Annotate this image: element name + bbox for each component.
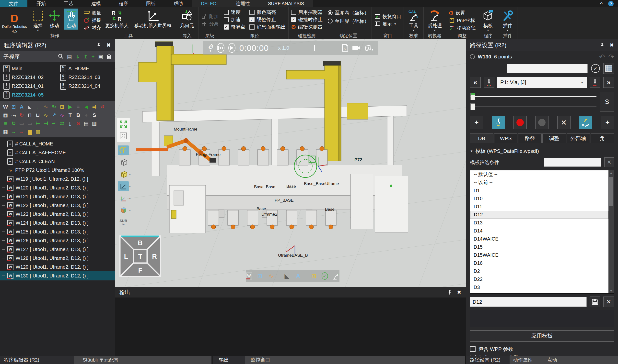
template-button[interactable]: 模板▼ bbox=[481, 9, 495, 32]
trash-icon[interactable] bbox=[107, 53, 111, 60]
collision-checkbox[interactable]: 启用探测器 bbox=[291, 9, 323, 16]
template-item[interactable]: D3 bbox=[470, 283, 608, 291]
teach-point-button[interactable] bbox=[492, 116, 505, 129]
toolbar-icon[interactable]: ↻ bbox=[10, 119, 18, 127]
statement-row[interactable]: W119 [ Utool1, Uframe2, D12, () ] bbox=[0, 175, 115, 183]
template-item[interactable]: D16 bbox=[470, 259, 608, 267]
template-item[interactable]: D13 bbox=[470, 219, 608, 227]
statement-row[interactable]: W126 [ Utool1, Uframe2, D13, () ] bbox=[0, 236, 115, 245]
statement-row[interactable]: W130 [ Utool1, Uframe2, D12, () ] bbox=[0, 271, 115, 280]
add-subprogram-icon[interactable]: + bbox=[92, 54, 95, 60]
limit-checkbox[interactable]: 颜色高亮 bbox=[249, 9, 286, 16]
toolbar-icon[interactable]: T bbox=[66, 111, 74, 119]
tab-output[interactable]: 输出 bbox=[219, 356, 229, 364]
undo-icon[interactable]: ↶ bbox=[599, 53, 605, 61]
settings-tab[interactable]: 外部轴 bbox=[567, 133, 590, 143]
toolbar-icon[interactable]: ⊢ bbox=[34, 119, 42, 127]
statement-row[interactable]: # CALL A_SAFEHOME bbox=[0, 148, 115, 157]
export-pdf-button[interactable]: A bbox=[342, 44, 348, 52]
point-dropdown[interactable]: P1: Via, [J] ▼ bbox=[497, 77, 587, 88]
toolbar-icon[interactable]: ⊔ bbox=[34, 111, 42, 119]
toolbar-icon[interactable]: ≡ bbox=[1, 119, 10, 127]
add-point-after-button[interactable]: + bbox=[601, 116, 614, 129]
text-display-icon[interactable]: A bbox=[294, 272, 302, 280]
frame-display-icon[interactable]: ▼ bbox=[118, 182, 129, 191]
curve-display-icon[interactable]: ◣ bbox=[283, 272, 290, 280]
multiview-cube-icon[interactable]: ▼ bbox=[118, 205, 129, 215]
toolbar-icon[interactable]: ⊣ bbox=[42, 119, 50, 127]
statement-row[interactable]: W124 [ Utool1, Uframe2, D13, () ] bbox=[0, 219, 115, 227]
statement-row[interactable]: W125 [ Utool1, Uframe2, D13, () ] bbox=[0, 227, 115, 236]
collision-checkbox[interactable]: 碰撞时停止 bbox=[291, 16, 323, 23]
toolbar-icon[interactable]: ● bbox=[82, 111, 90, 119]
play-button[interactable] bbox=[228, 43, 235, 53]
collapse-ribbon-icon[interactable]: ^ bbox=[600, 2, 603, 5]
record-video-button[interactable] bbox=[352, 45, 360, 51]
menu-item[interactable]: DELFOI bbox=[192, 0, 227, 7]
toolbar-icon[interactable]: ▦ bbox=[1, 111, 10, 119]
table-view-button[interactable] bbox=[603, 63, 614, 74]
animation-options-button[interactable]: ▼ bbox=[364, 45, 374, 51]
align-button[interactable]: 对齐 bbox=[83, 25, 101, 31]
param-checkbox[interactable]: 包含 WPP 参数 bbox=[470, 345, 614, 353]
section-collapse-icon[interactable]: ▼ bbox=[470, 149, 473, 153]
settings-button[interactable]: ⚙ 设置 bbox=[449, 10, 476, 16]
toolbar-icon[interactable]: ▆ bbox=[26, 128, 34, 136]
toolbar-icon[interactable]: ▶ bbox=[66, 103, 74, 111]
template-description-area[interactable] bbox=[470, 310, 614, 327]
delete-template-button[interactable]: ✕ bbox=[603, 297, 614, 307]
restore-window-button[interactable]: 恢复窗口 bbox=[374, 13, 401, 20]
path-radio[interactable] bbox=[470, 54, 475, 59]
statement-row[interactable]: W129 [ Utool1, Uframe2, D12, () ] bbox=[0, 262, 115, 271]
robot-config-icon[interactable] bbox=[332, 272, 340, 280]
move-button[interactable]: 移动 bbox=[47, 9, 62, 30]
import-program-icon[interactable]: ↧ bbox=[76, 54, 80, 60]
subroutine-item[interactable]: S≡ R2ZC3214_03 bbox=[58, 73, 115, 82]
validate-icon[interactable]: ✓ bbox=[322, 272, 328, 280]
move-path-button[interactable]: 移动路径 bbox=[449, 25, 476, 31]
orientation-slider[interactable] bbox=[470, 102, 596, 112]
position-slider[interactable] bbox=[470, 91, 596, 102]
toolbar-icon[interactable]: ↓ bbox=[34, 103, 42, 111]
menu-item[interactable]: SURF ANALYSIS bbox=[259, 0, 313, 7]
limit-checkbox[interactable]: 限位停止 bbox=[249, 16, 286, 23]
record-disabled-button[interactable] bbox=[535, 116, 549, 129]
speed-slider[interactable] bbox=[300, 44, 332, 52]
paste-icon[interactable]: ▤ bbox=[67, 54, 72, 60]
detach-button[interactable]: 分离 bbox=[201, 21, 219, 27]
fit-view-icon[interactable] bbox=[118, 131, 129, 141]
toolbar-icon[interactable]: ↻ bbox=[50, 103, 58, 111]
toolbar-icon[interactable]: ▥ bbox=[90, 119, 98, 127]
path-points-icon[interactable]: ∿ bbox=[268, 272, 275, 280]
subroutine-item[interactable]: S≡ R2ZC3214_04 bbox=[58, 82, 115, 91]
subroutine-item[interactable]: S≡ R2ZC3214_05 bbox=[1, 91, 58, 99]
tab-path-settings[interactable]: 路径设置 (R2) bbox=[470, 356, 500, 364]
toolbar-icon[interactable]: ▦ bbox=[1, 128, 10, 136]
confirm-check-button[interactable]: ✓ bbox=[591, 64, 600, 73]
tab-monitor-window[interactable]: 监控窗口 bbox=[245, 356, 465, 364]
subroutine-item[interactable]: S≡ R2ZC3214_02 bbox=[1, 73, 58, 82]
toolbar-icon[interactable]: ▭ bbox=[26, 119, 34, 127]
toolbar-icon[interactable]: ⇉ bbox=[90, 103, 98, 111]
add-point-before-button[interactable]: + bbox=[470, 116, 483, 129]
subroutine-item[interactable]: S≡ A_HOME bbox=[58, 64, 115, 73]
toolbar-icon[interactable]: ⊞ bbox=[58, 103, 66, 111]
expand-viewport-icon[interactable] bbox=[118, 119, 129, 129]
tab-program-editor[interactable]: 程序编辑器 (R2) bbox=[4, 356, 39, 364]
template-item[interactable]: D15WAICE bbox=[470, 251, 608, 259]
save-template-button[interactable] bbox=[590, 297, 600, 307]
postprocess-button[interactable]: 后处理▼ bbox=[426, 9, 443, 32]
plugin-button[interactable]: 插件▼ bbox=[501, 9, 515, 32]
menu-item[interactable]: 程序 bbox=[110, 0, 137, 7]
template-item[interactable]: D12 bbox=[470, 211, 608, 219]
move-robot-world-frame-button[interactable]: 移动机器人世界框 bbox=[133, 9, 173, 30]
toolbar-icon[interactable]: ▤ bbox=[82, 119, 90, 127]
toolbar-icon[interactable]: ↵ bbox=[50, 119, 58, 127]
menu-item[interactable]: 建模 bbox=[82, 0, 110, 7]
limit-checkbox[interactable]: 消息面板输出 bbox=[249, 23, 286, 31]
limit-checkbox[interactable]: 速度 bbox=[224, 9, 246, 16]
sub-path-icon[interactable]: SUB∿ bbox=[118, 217, 129, 227]
toolbar-icon[interactable]: B bbox=[74, 111, 82, 119]
menu-item[interactable]: 文件 bbox=[0, 0, 27, 7]
template-item[interactable]: D11 bbox=[470, 203, 608, 211]
